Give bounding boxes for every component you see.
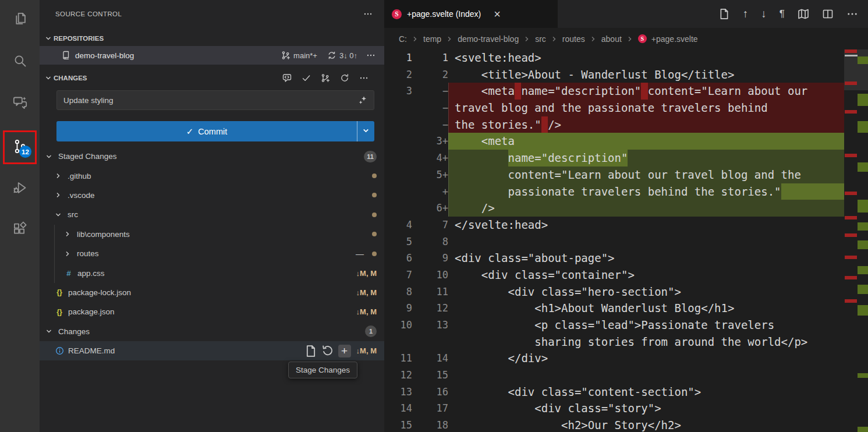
tree-section-changes[interactable]: Changes1 [40, 322, 384, 341]
tree-item-src[interactable]: src [40, 205, 384, 224]
extensions-icon [12, 221, 28, 239]
original-line-number: 9 [384, 300, 412, 317]
modified-line-number: 6+ [412, 200, 448, 217]
previous-change-icon[interactable]: ↑ [743, 8, 749, 20]
breadcrumb-item[interactable]: +page.svelte [651, 34, 698, 44]
changes-more-icon[interactable] [359, 73, 369, 83]
stage-changes-icon[interactable]: + [338, 345, 351, 357]
more-actions-icon[interactable] [363, 9, 373, 19]
tree-item--github[interactable]: .github [40, 166, 384, 185]
sync-status[interactable]: 3↓ 0↑ [327, 51, 357, 60]
sync-icon [327, 51, 336, 60]
activity-extensions[interactable] [0, 216, 40, 243]
added-mark [858, 222, 868, 231]
chevron-right-icon [64, 231, 73, 238]
activity-run-debug[interactable] [0, 175, 40, 202]
map-icon[interactable] [798, 8, 809, 20]
tree-item-readme-md[interactable]: README.md+↓M, M [40, 341, 384, 360]
breadcrumb-item[interactable]: C: [399, 34, 407, 44]
activity-chat[interactable] [0, 90, 40, 117]
css-file-icon: # [64, 269, 73, 278]
next-change-icon[interactable]: ↓ [761, 8, 767, 20]
svelte-icon: S [638, 34, 647, 43]
code-text: </svelte:head> [448, 217, 844, 233]
modified-line-number: − [412, 116, 448, 133]
sparkle-icon[interactable] [358, 95, 367, 105]
code-text: <title>About - Wanderlust Blog</title> [448, 66, 844, 83]
tab-bar: S +page.svelte (Index) × ↑ ↓ ¶ [384, 0, 868, 28]
chevron-right-icon [626, 36, 633, 43]
tree-item--vscode[interactable]: .vscode [40, 186, 384, 205]
deleted-mark [845, 233, 857, 237]
chevron-down-icon [45, 153, 55, 160]
commit-button[interactable]: ✓ Commit [56, 121, 374, 141]
code-line: 1417 <div class="story"> [384, 400, 844, 417]
stage-changes-tooltip: Stage Changes [288, 362, 357, 378]
repository-row[interactable]: demo-travel-blog main*+ 3↓ 0↑ [40, 46, 384, 65]
commit-dropdown-button[interactable] [357, 121, 374, 141]
open-file-icon[interactable] [304, 345, 317, 357]
tree-section-staged-changes[interactable]: Staged Changes11 [40, 147, 384, 166]
activity-explorer[interactable] [0, 6, 40, 33]
modified-line-number: 5+ [412, 167, 448, 183]
original-line-number: 13 [384, 384, 412, 401]
create-branch-icon[interactable] [321, 73, 330, 83]
tree-item-package-json[interactable]: {}package.json↓M, M [40, 302, 384, 321]
whitespace-icon[interactable]: ¶ [780, 8, 785, 20]
commit-message-text: Update styling [63, 96, 358, 105]
code-diff-area[interactable]: 11<svelte:head>22 <title>About - Wanderl… [384, 49, 844, 432]
discard-changes-icon[interactable] [321, 345, 334, 357]
scm-comment-icon[interactable] [282, 73, 292, 83]
svelte-icon: S [392, 9, 402, 19]
item-label: src [68, 210, 364, 219]
split-editor-icon[interactable] [822, 8, 834, 20]
original-line-number [384, 100, 412, 116]
added-code-line: 3+ <meta [384, 133, 844, 150]
deleted-mark [845, 192, 857, 195]
check-icon: ✓ [186, 126, 194, 137]
item-label: .github [68, 172, 364, 180]
original-line-number: 3 [384, 83, 412, 100]
commit-check-icon[interactable] [302, 73, 311, 83]
editor-more-icon[interactable] [846, 8, 858, 20]
sidebar-title-row: SOURCE CONTROL [40, 0, 384, 24]
breadcrumb-item[interactable]: routes [562, 34, 585, 44]
branch-status[interactable]: main*+ [281, 51, 317, 60]
tree-item-lib-components[interactable]: lib\components [40, 225, 384, 244]
count-badge: 11 [364, 151, 377, 162]
original-line-number: 4 [384, 217, 412, 233]
activity-source-control[interactable]: 12 [0, 134, 40, 161]
deleted-code-line: −the stories." /> [384, 116, 844, 133]
refresh-icon[interactable] [340, 73, 349, 83]
code-line: 47</svelte:head> [384, 217, 844, 233]
open-file-icon[interactable] [718, 8, 730, 20]
chevron-down-icon [45, 35, 52, 42]
tab-title: +page.svelte (Index) [407, 9, 481, 19]
repositories-header[interactable]: REPOSITORIES [40, 32, 384, 45]
code-line: 1518 <h2>Our Story</h2> [384, 417, 844, 432]
code-line: 1114 </div> [384, 350, 844, 367]
breadcrumb-item[interactable]: src [535, 34, 546, 44]
breadcrumb-item[interactable]: demo-travel-blog [458, 34, 519, 44]
activity-search[interactable] [0, 48, 40, 75]
changes-section-header[interactable]: CHANGES [40, 70, 384, 86]
breadcrumb: C:tempdemo-travel-blogsrcroutesaboutS+pa… [384, 28, 868, 49]
code-line: 1013 <p class="lead">Passionate traveler… [384, 317, 844, 334]
branch-name: main*+ [293, 51, 317, 60]
breadcrumb-item[interactable]: temp [423, 34, 441, 44]
tree-item-routes[interactable]: routes— [40, 244, 384, 263]
modified-line-number: 9 [412, 250, 448, 267]
sync-counts: 3↓ 0↑ [339, 51, 357, 60]
item-label: lib\components [77, 230, 364, 239]
overview-ruler[interactable] [844, 49, 868, 432]
tree-item-app-css[interactable]: #app.css↓M, M [40, 263, 384, 282]
deleted-code-line: −travel blog and the passionate traveler… [384, 100, 844, 116]
close-icon[interactable]: × [494, 8, 501, 20]
tree-item-package-lock-json[interactable]: {}package-lock.json↓M, M [40, 283, 384, 302]
sidebar-title: SOURCE CONTROL [55, 10, 363, 17]
original-line-number: 8 [384, 284, 412, 300]
repo-more-icon[interactable] [366, 51, 375, 60]
tab-page-svelte[interactable]: S +page.svelte (Index) × [384, 0, 558, 28]
breadcrumb-item[interactable]: about [601, 34, 622, 44]
commit-message-input[interactable]: Update styling [56, 90, 374, 110]
